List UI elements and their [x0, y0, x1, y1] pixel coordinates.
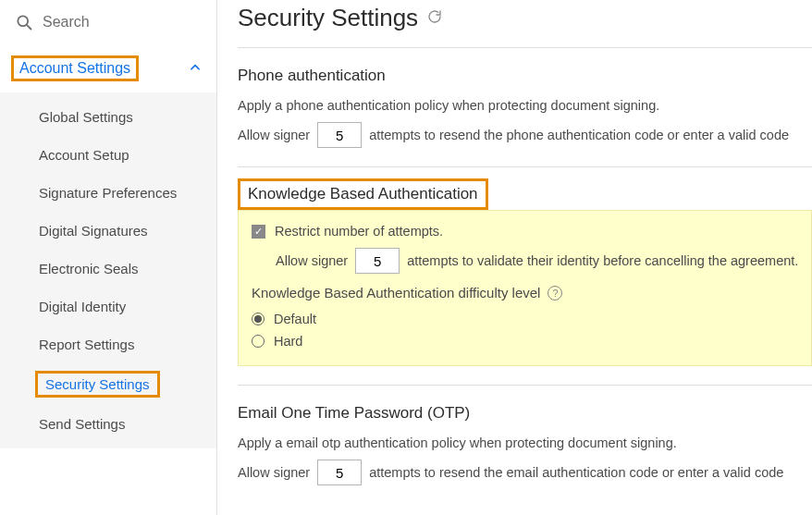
sidebar-item-account-setup[interactable]: Account Setup [0, 136, 216, 174]
kba-difficulty-title-row: Knowledge Based Authentication difficult… [252, 274, 798, 308]
radio-unselected-icon[interactable] [252, 335, 265, 348]
kba-attempts-row: Allow signer attempts to validate their … [276, 248, 798, 274]
phone-attempts-input[interactable] [317, 122, 362, 148]
divider [238, 166, 812, 167]
otp-title: Email One Time Password (OTP) [238, 397, 812, 430]
attempts-suffix: attempts to validate their identity befo… [407, 253, 798, 268]
chevron-up-icon [189, 61, 202, 77]
phone-auth-desc: Apply a phone authentication policy when… [238, 92, 812, 122]
svg-line-1 [27, 25, 31, 29]
search-icon [15, 13, 33, 31]
radio-selected-icon[interactable] [252, 313, 265, 325]
search-placeholder: Search [43, 14, 90, 31]
section-otp: Email One Time Password (OTP) Apply a em… [238, 397, 812, 485]
sidebar-item-report-settings[interactable]: Report Settings [0, 325, 216, 363]
kba-difficulty-title: Knowledge Based Authentication difficult… [252, 285, 540, 300]
allow-signer-label: Allow signer [238, 465, 310, 480]
sidebar-item-global-settings[interactable]: Global Settings [0, 98, 216, 136]
page-title: Security Settings [238, 4, 418, 32]
sidebar-item-send-settings[interactable]: Send Settings [0, 405, 216, 443]
otp-desc: Apply a email otp authentication policy … [238, 430, 812, 460]
allow-signer-label: Allow signer [238, 128, 310, 142]
sidebar-section-account-settings[interactable]: Account Settings [0, 44, 216, 92]
svg-point-0 [18, 16, 28, 26]
kba-block: ✓ Restrict number of attempts. Allow sig… [238, 210, 812, 366]
sidebar-item-signature-preferences[interactable]: Signature Preferences [0, 174, 216, 212]
allow-signer-label: Allow signer [276, 253, 348, 268]
section-phone-auth: Phone authentication Apply a phone authe… [238, 59, 812, 148]
attempts-suffix: attempts to resend the phone authenticat… [369, 128, 789, 142]
kba-attempts-input[interactable] [355, 248, 400, 274]
radio-label-default: Default [274, 312, 316, 326]
sidebar-item-digital-identity[interactable]: Digital Identity [0, 288, 216, 325]
kba-radio-default[interactable]: Default [252, 308, 798, 330]
divider [238, 385, 812, 386]
sidebar-item-electronic-seals[interactable]: Electronic Seals [0, 250, 216, 288]
divider [238, 47, 812, 48]
restrict-label: Restrict number of attempts. [275, 224, 443, 239]
radio-label-hard: Hard [274, 334, 302, 349]
attempts-suffix: attempts to resend the email authenticat… [369, 465, 783, 480]
phone-auth-attempts-row: Allow signer attempts to resend the phon… [238, 122, 812, 148]
kba-title: Knowledge Based Authentication [238, 178, 488, 210]
help-icon[interactable]: ? [547, 286, 562, 300]
sidebar-section-label: Account Settings [11, 55, 139, 81]
section-kba: Knowledge Based Authentication ✓ Restric… [238, 178, 812, 366]
sidebar: Search Account Settings Global Settings … [0, 0, 217, 515]
kba-radio-hard[interactable]: Hard [252, 330, 798, 352]
phone-auth-title: Phone authentication [238, 59, 812, 92]
sidebar-item-security-settings[interactable]: Security Settings [0, 363, 216, 405]
checkbox-checked-icon[interactable]: ✓ [252, 225, 265, 239]
otp-attempts-input[interactable] [317, 460, 362, 485]
sidebar-item-digital-signatures[interactable]: Digital Signatures [0, 212, 216, 250]
kba-restrict-row[interactable]: ✓ Restrict number of attempts. [252, 222, 798, 248]
refresh-icon[interactable] [427, 9, 442, 27]
search-row[interactable]: Search [0, 0, 216, 44]
main-content: Security Settings Phone authentication A… [217, 0, 812, 515]
otp-attempts-row: Allow signer attempts to resend the emai… [238, 460, 812, 485]
sidebar-subitems: Global Settings Account Setup Signature … [0, 92, 216, 448]
